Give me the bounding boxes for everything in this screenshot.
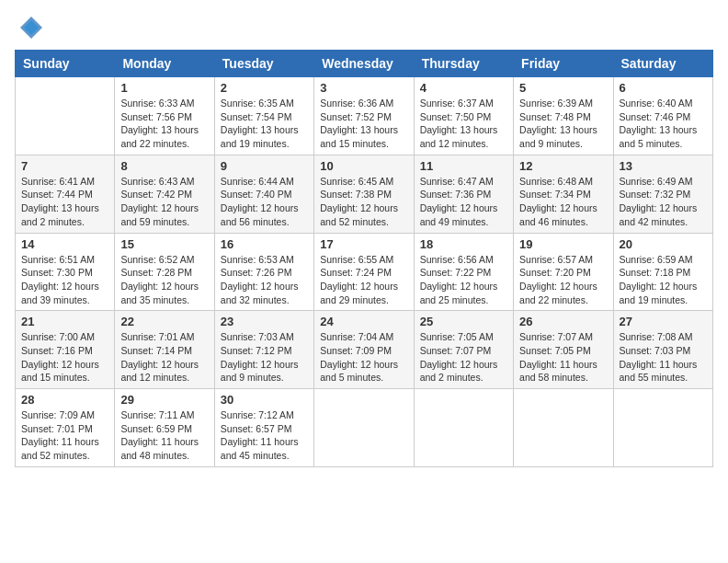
header-friday: Friday (514, 51, 613, 77)
calendar-week-3: 14 Sunrise: 6:51 AMSunset: 7:30 PMDaylig… (16, 233, 713, 311)
calendar-cell: 12 Sunrise: 6:48 AMSunset: 7:34 PMDaylig… (514, 155, 613, 233)
day-number: 20 (620, 237, 707, 251)
day-number: 11 (420, 159, 507, 173)
logo-icon (18, 15, 44, 40)
calendar-cell (613, 389, 712, 467)
calendar-cell (414, 389, 513, 467)
calendar-cell: 17 Sunrise: 6:55 AMSunset: 7:24 PMDaylig… (314, 233, 414, 311)
calendar-cell: 19 Sunrise: 6:57 AMSunset: 7:20 PMDaylig… (514, 233, 613, 311)
header-sunday: Sunday (16, 51, 115, 77)
day-info: Sunrise: 6:37 AMSunset: 7:50 PMDaylight:… (420, 97, 507, 151)
day-info: Sunrise: 7:07 AMSunset: 7:05 PMDaylight:… (519, 330, 607, 385)
day-info: Sunrise: 6:44 AMSunset: 7:40 PMDaylight:… (221, 175, 308, 229)
day-info: Sunrise: 6:52 AMSunset: 7:28 PMDaylight:… (120, 253, 208, 307)
calendar-cell: 10 Sunrise: 6:45 AMSunset: 7:38 PMDaylig… (314, 155, 414, 233)
calendar-cell: 16 Sunrise: 6:53 AMSunset: 7:26 PMDaylig… (214, 233, 313, 311)
calendar-cell: 3 Sunrise: 6:36 AMSunset: 7:52 PMDayligh… (314, 77, 414, 155)
day-number: 12 (519, 159, 607, 173)
day-number: 4 (420, 81, 507, 95)
day-number: 9 (221, 159, 308, 173)
day-info: Sunrise: 6:51 AMSunset: 7:30 PMDaylight:… (21, 253, 108, 307)
day-number: 28 (21, 393, 108, 407)
day-number: 1 (120, 81, 208, 95)
calendar-cell: 27 Sunrise: 7:08 AMSunset: 7:03 PMDaylig… (613, 311, 712, 389)
day-info: Sunrise: 7:05 AMSunset: 7:07 PMDaylight:… (420, 330, 507, 385)
calendar-cell: 21 Sunrise: 7:00 AMSunset: 7:16 PMDaylig… (16, 311, 115, 389)
day-number: 16 (221, 237, 308, 251)
day-number: 5 (519, 81, 607, 95)
day-info: Sunrise: 7:04 AMSunset: 7:09 PMDaylight:… (320, 330, 407, 385)
day-number: 18 (420, 237, 507, 251)
day-info: Sunrise: 7:08 AMSunset: 7:03 PMDaylight:… (620, 330, 707, 385)
day-number: 22 (120, 315, 208, 328)
day-number: 24 (320, 315, 407, 328)
calendar-table: SundayMondayTuesdayWednesdayThursdayFrid… (15, 50, 713, 467)
day-info: Sunrise: 7:00 AMSunset: 7:16 PMDaylight:… (21, 330, 108, 385)
calendar-cell: 30 Sunrise: 7:12 AMSunset: 6:57 PMDaylig… (214, 389, 313, 467)
page-header (15, 15, 713, 40)
calendar-cell (514, 389, 613, 467)
day-info: Sunrise: 7:03 AMSunset: 7:12 PMDaylight:… (221, 330, 308, 385)
day-info: Sunrise: 6:49 AMSunset: 7:32 PMDaylight:… (620, 175, 707, 229)
day-number: 25 (420, 315, 507, 328)
calendar-cell: 18 Sunrise: 6:56 AMSunset: 7:22 PMDaylig… (414, 233, 513, 311)
day-number: 27 (620, 315, 707, 328)
calendar-week-4: 21 Sunrise: 7:00 AMSunset: 7:16 PMDaylig… (16, 311, 713, 389)
calendar-cell: 1 Sunrise: 6:33 AMSunset: 7:56 PMDayligh… (115, 77, 214, 155)
day-info: Sunrise: 6:53 AMSunset: 7:26 PMDaylight:… (221, 253, 308, 307)
calendar-header-row: SundayMondayTuesdayWednesdayThursdayFrid… (16, 51, 713, 77)
calendar-cell: 11 Sunrise: 6:47 AMSunset: 7:36 PMDaylig… (414, 155, 513, 233)
calendar-cell: 26 Sunrise: 7:07 AMSunset: 7:05 PMDaylig… (514, 311, 613, 389)
day-number: 8 (120, 159, 208, 173)
day-number: 7 (21, 159, 108, 173)
calendar-cell: 14 Sunrise: 6:51 AMSunset: 7:30 PMDaylig… (16, 233, 115, 311)
day-info: Sunrise: 6:47 AMSunset: 7:36 PMDaylight:… (420, 175, 507, 229)
calendar-cell: 28 Sunrise: 7:09 AMSunset: 7:01 PMDaylig… (16, 389, 115, 467)
logo (15, 15, 44, 40)
day-info: Sunrise: 6:57 AMSunset: 7:20 PMDaylight:… (519, 253, 607, 307)
day-info: Sunrise: 6:56 AMSunset: 7:22 PMDaylight:… (420, 253, 507, 307)
day-number: 6 (620, 81, 707, 95)
day-info: Sunrise: 6:48 AMSunset: 7:34 PMDaylight:… (519, 175, 607, 229)
day-info: Sunrise: 7:11 AMSunset: 6:59 PMDaylight:… (120, 408, 208, 463)
day-info: Sunrise: 6:39 AMSunset: 7:48 PMDaylight:… (519, 97, 607, 151)
day-number: 13 (620, 159, 707, 173)
day-info: Sunrise: 6:40 AMSunset: 7:46 PMDaylight:… (620, 97, 707, 151)
day-number: 21 (21, 315, 108, 328)
day-number: 29 (120, 393, 208, 407)
day-number: 17 (320, 237, 407, 251)
calendar-cell: 13 Sunrise: 6:49 AMSunset: 7:32 PMDaylig… (613, 155, 712, 233)
day-info: Sunrise: 6:33 AMSunset: 7:56 PMDaylight:… (120, 97, 208, 151)
day-number: 3 (320, 81, 407, 95)
calendar-cell: 23 Sunrise: 7:03 AMSunset: 7:12 PMDaylig… (214, 311, 313, 389)
day-info: Sunrise: 6:55 AMSunset: 7:24 PMDaylight:… (320, 253, 407, 307)
day-number: 10 (320, 159, 407, 173)
day-info: Sunrise: 6:35 AMSunset: 7:54 PMDaylight:… (221, 97, 308, 151)
day-number: 26 (519, 315, 607, 328)
calendar-week-1: 1 Sunrise: 6:33 AMSunset: 7:56 PMDayligh… (16, 77, 713, 155)
calendar-cell: 25 Sunrise: 7:05 AMSunset: 7:07 PMDaylig… (414, 311, 513, 389)
header-monday: Monday (115, 51, 214, 77)
calendar-cell: 6 Sunrise: 6:40 AMSunset: 7:46 PMDayligh… (613, 77, 712, 155)
day-info: Sunrise: 6:36 AMSunset: 7:52 PMDaylight:… (320, 97, 407, 151)
day-info: Sunrise: 6:45 AMSunset: 7:38 PMDaylight:… (320, 175, 407, 229)
header-wednesday: Wednesday (314, 51, 414, 77)
calendar-cell: 9 Sunrise: 6:44 AMSunset: 7:40 PMDayligh… (214, 155, 313, 233)
calendar-cell: 5 Sunrise: 6:39 AMSunset: 7:48 PMDayligh… (514, 77, 613, 155)
day-info: Sunrise: 7:01 AMSunset: 7:14 PMDaylight:… (120, 330, 208, 385)
day-info: Sunrise: 7:09 AMSunset: 7:01 PMDaylight:… (21, 408, 108, 463)
day-info: Sunrise: 6:59 AMSunset: 7:18 PMDaylight:… (620, 253, 707, 307)
header-saturday: Saturday (613, 51, 712, 77)
calendar-cell (16, 77, 115, 155)
calendar-cell: 4 Sunrise: 6:37 AMSunset: 7:50 PMDayligh… (414, 77, 513, 155)
day-number: 23 (221, 315, 308, 328)
calendar-cell: 15 Sunrise: 6:52 AMSunset: 7:28 PMDaylig… (115, 233, 214, 311)
calendar-cell: 8 Sunrise: 6:43 AMSunset: 7:42 PMDayligh… (115, 155, 214, 233)
header-tuesday: Tuesday (214, 51, 313, 77)
calendar-cell: 20 Sunrise: 6:59 AMSunset: 7:18 PMDaylig… (613, 233, 712, 311)
calendar-cell: 2 Sunrise: 6:35 AMSunset: 7:54 PMDayligh… (214, 77, 313, 155)
day-number: 30 (221, 393, 308, 407)
calendar-week-2: 7 Sunrise: 6:41 AMSunset: 7:44 PMDayligh… (16, 155, 713, 233)
day-number: 14 (21, 237, 108, 251)
calendar-cell: 7 Sunrise: 6:41 AMSunset: 7:44 PMDayligh… (16, 155, 115, 233)
